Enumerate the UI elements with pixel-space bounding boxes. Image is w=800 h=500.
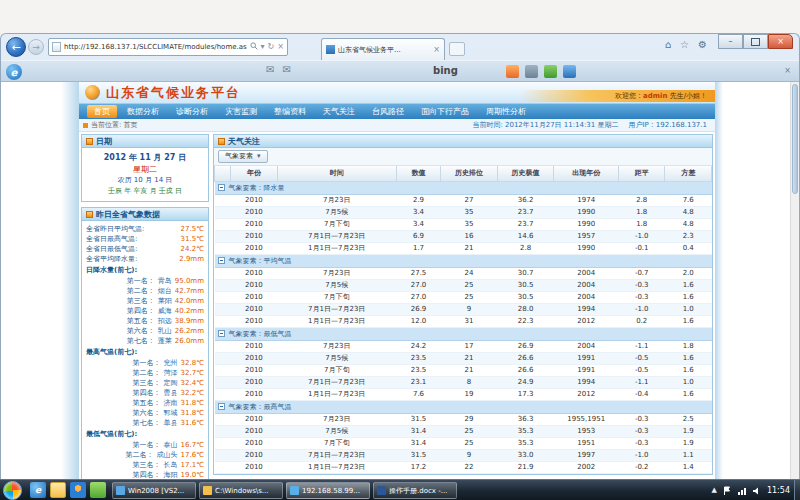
station-name[interactable]: 烟台 [158,286,172,296]
scrollbar-thumb[interactable] [792,84,798,194]
station-name[interactable]: 曹县 [164,388,178,398]
browser-tab[interactable]: 山东省气候业务平... [321,38,445,60]
table-row[interactable]: 20107月1日—7月23日23.1824.91994-1.11.0 [215,376,712,388]
table-row[interactable]: 20107月23日27.52430.72004-0.72.0 [215,267,712,279]
station-name[interactable]: 莱阳 [158,296,172,306]
column-header[interactable]: 出现年份 [554,166,619,181]
mail-icon[interactable] [266,65,274,75]
new-tab-button[interactable] [449,42,465,56]
nav-item[interactable]: 台风路径 [365,105,411,118]
nav-item[interactable]: 首页 [87,105,117,118]
url-text[interactable]: http://192.168.137.1/SLCCLIMATE/modules/… [64,43,247,51]
mail-icon[interactable] [282,65,290,75]
table-row[interactable]: 20107月5候27.02530.52004-0.31.6 [215,279,712,291]
column-header[interactable]: 距平 [619,166,665,181]
station-name[interactable]: 单县 [164,418,178,428]
station-name[interactable]: 招远 [158,316,172,326]
table-row[interactable]: 20107月5候31.42535.31953-0.31.9 [215,425,712,437]
taskbar-window-button[interactable]: 操作手册.docx -... [373,482,457,499]
station-name[interactable]: 成山头 [157,450,178,460]
minimize-button[interactable] [718,34,743,49]
nav-item[interactable]: 面向下行产品 [414,105,476,118]
station-name[interactable]: 定陶 [164,378,178,388]
table-row[interactable]: 20107月23日31.52936.31955,1951-0.32.5 [215,413,712,425]
nav-item[interactable]: 周期性分析 [479,105,533,118]
station-name[interactable]: 郓城 [164,408,178,418]
maximize-button[interactable] [743,34,768,49]
back-button[interactable] [6,37,26,57]
table-row[interactable]: 20107月1日—7月23日6.91614.61957-1.02.3 [215,230,712,242]
station-name[interactable]: 济南 [164,398,178,408]
collapse-icon[interactable] [218,257,225,264]
collapse-icon[interactable] [218,184,225,191]
gear-icon[interactable] [698,40,707,50]
start-button[interactable] [3,481,22,500]
table-row[interactable]: 20107月下旬27.02530.52004-0.31.6 [215,291,712,303]
column-header[interactable]: 历史排位 [441,166,498,181]
table-row[interactable]: 20101月1日—7月23日17.22221.92002-0.21.4 [215,461,712,473]
collapse-icon[interactable] [218,330,225,337]
taskbar-clock[interactable]: 11:54 [767,486,790,495]
refresh-icon[interactable] [268,43,275,51]
station-name[interactable]: 威海 [158,306,172,316]
table-group-row[interactable]: 气象要素：降水量 [215,181,712,194]
table-row[interactable]: 20107月23日2.92736.219742.87.6 [215,194,712,206]
forward-button[interactable] [28,39,44,55]
table-row[interactable]: 20107月1日—7月23日31.5933.01997-1.01.1 [215,449,712,461]
table-row[interactable]: 20107月1日—7月23日26.9928.01994-1.01.0 [215,303,712,315]
table-row[interactable]: 20107月下旬23.52126.61991-0.51.6 [215,364,712,376]
table-group-row[interactable]: 气象要素：最高气温 [215,400,712,413]
viewport-scrollbar[interactable] [790,82,799,481]
taskbar-window-button[interactable]: 192.168.58.99... [286,482,370,499]
tab-close-icon[interactable] [433,45,440,54]
network-icon[interactable] [737,481,747,500]
volume-icon[interactable] [752,481,762,500]
toolbar-icon[interactable] [506,65,519,78]
nav-item[interactable]: 诊断分析 [169,105,215,118]
nav-item[interactable]: 灾害监测 [218,105,264,118]
bing-logo[interactable]: bing [433,65,458,76]
close-button[interactable] [768,34,793,49]
station-name[interactable]: 长岛 [164,460,178,470]
toolbar-icon[interactable] [563,65,576,78]
address-bar[interactable]: http://192.168.137.1/SLCCLIMATE/modules/… [48,38,288,56]
home-icon[interactable] [665,40,671,50]
media-player-taskbar-icon[interactable] [70,482,86,498]
toolbar-icon[interactable] [544,65,557,78]
table-group-row[interactable]: 气象要素：最低气温 [215,327,712,340]
table-row[interactable]: 20101月1日—7月23日7.61917.32012-0.41.6 [215,388,712,400]
search-icon[interactable] [250,42,258,52]
taskbar-window-button[interactable]: Win2008 [VS2... [112,482,196,499]
favorites-icon[interactable] [680,40,689,50]
stop-icon[interactable] [277,43,284,51]
ie-logo-icon[interactable]: e [6,64,22,80]
nav-item[interactable]: 数据分析 [120,105,166,118]
station-name[interactable]: 蓬莱 [158,336,172,346]
show-hidden-icons[interactable] [712,487,717,494]
ie-taskbar-icon[interactable]: e [30,482,46,498]
nav-item[interactable]: 整编资料 [267,105,313,118]
column-header[interactable]: 年份 [231,166,277,181]
table-group-row[interactable]: 气象要素：平均气温 [215,254,712,267]
nav-item[interactable]: 天气关注 [316,105,362,118]
table-row[interactable]: 20107月下旬3.43523.719901.84.8 [215,218,712,230]
station-name[interactable]: 菏泽 [164,368,178,378]
table-row[interactable]: 20107月5候23.52126.61991-0.51.6 [215,352,712,364]
table-row[interactable]: 20107月下旬31.42535.31951-0.31.9 [215,437,712,449]
station-name[interactable]: 泰山 [164,440,178,450]
table-row[interactable]: 20107月5候3.43523.719901.84.8 [215,206,712,218]
app-taskbar-icon[interactable] [90,482,106,498]
flag-icon[interactable] [722,481,732,500]
collapse-icon[interactable] [218,403,225,410]
table-row[interactable]: 20107月23日24.21726.92004-1.11.8 [215,340,712,352]
table-row[interactable]: 20101月1日—7月23日12.03122.320120.21.6 [215,315,712,327]
station-name[interactable]: 兖州 [164,358,178,368]
search-dropdown-icon[interactable] [261,43,265,51]
toolbar-icon[interactable] [525,65,538,78]
show-desktop-button[interactable] [794,480,800,500]
station-name[interactable]: 乳山 [158,326,172,336]
toolbar-close-icon[interactable] [784,66,791,75]
explorer-taskbar-icon[interactable] [50,482,66,498]
column-header[interactable]: 方差 [665,166,712,181]
column-header[interactable]: 历史极值 [497,166,554,181]
